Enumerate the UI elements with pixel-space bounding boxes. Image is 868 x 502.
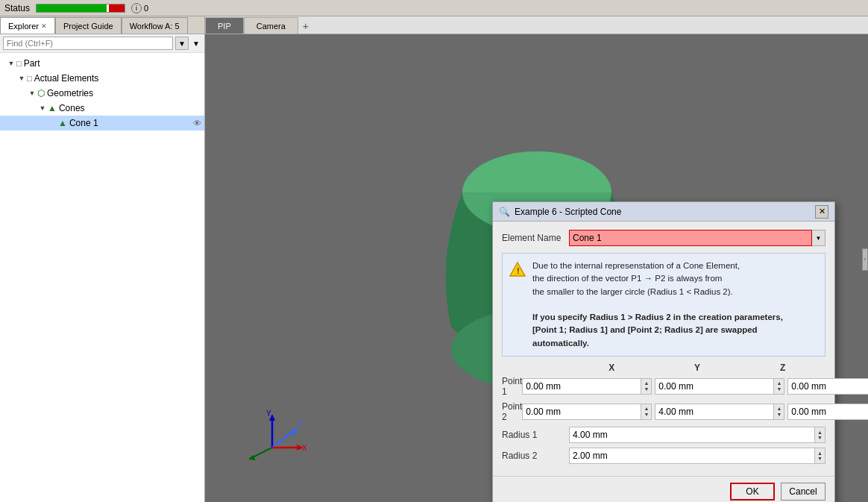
warning-box: ! Due to the internal represenstation of…: [502, 253, 825, 357]
radius1-input[interactable]: [569, 427, 815, 443]
point1-row: Point 1 ▲ ▼ ▲: [502, 376, 825, 397]
warning-line4: If you specify Radius 1 > Radius 2 in th…: [532, 313, 783, 321]
search-filter-button[interactable]: ▼: [175, 37, 189, 50]
tree-icon-cones: ▲: [48, 103, 57, 113]
radius2-input[interactable]: [569, 448, 815, 464]
point2-y-spinner[interactable]: ▲ ▼: [774, 404, 784, 420]
tree-icon-cone1: ▲: [58, 118, 67, 128]
point2-z-wrap: ▲ ▼: [787, 404, 868, 420]
point1-label: Point 1: [502, 376, 522, 397]
radius1-row: Radius 1 ▲ ▼: [502, 427, 825, 443]
point2-row: Point 2 ▲ ▼ ▲: [502, 401, 825, 422]
point1-y-wrap: ▲ ▼: [655, 378, 784, 395]
col-y: Y: [655, 363, 740, 373]
dialog-scripted-cone: 🔍 Example 6 - Scripted Cone ✕ Element Na…: [492, 201, 835, 502]
info-icon: i: [131, 3, 142, 13]
tab-explorer-close[interactable]: ✕: [41, 22, 47, 30]
warning-line2: the direction of the vector P1 → P2 is a…: [532, 272, 783, 285]
tab-workflow[interactable]: Workflow A: 5: [122, 17, 188, 34]
point2-x-input[interactable]: [522, 404, 641, 420]
dialog-overlay: 🔍 Example 6 - Scripted Cone ✕ Element Na…: [205, 16, 868, 502]
point2-x-spinner[interactable]: ▲ ▼: [641, 404, 652, 420]
warning-line5: [Point 1; Radius 1] and [Point 2; Radius…: [532, 325, 758, 334]
point1-x-input[interactable]: [522, 378, 641, 395]
status-info: i 0: [131, 3, 148, 13]
body-split: Explorer ✕ Project Guide Workflow A: 5 ▼…: [0, 16, 868, 502]
cancel-button[interactable]: Cancel: [781, 483, 825, 501]
element-name-input[interactable]: [569, 230, 812, 246]
col-z: Z: [740, 363, 825, 373]
point1-x-wrap: ▲ ▼: [522, 378, 652, 395]
svg-text:!: !: [517, 266, 520, 275]
status-progress: [36, 4, 125, 13]
tree: ▼ □ Part ▼ □ Actual Elements ▼ ⬡ Geometr…: [0, 53, 204, 502]
tree-item-cone1[interactable]: ▶ ▲ Cone 1 👁: [0, 116, 204, 131]
tree-label-geometries: Geometries: [47, 88, 93, 98]
dialog-buttons: OK Cancel: [493, 476, 834, 502]
left-panel: Explorer ✕ Project Guide Workflow A: 5 ▼…: [0, 16, 205, 502]
coord-headers: X Y Z: [502, 363, 825, 373]
col-x: X: [569, 363, 655, 373]
tree-item-cones[interactable]: ▼ ▲ Cones: [0, 101, 204, 116]
point1-y-spinner[interactable]: ▲ ▼: [774, 378, 784, 395]
radius1-label: Radius 1: [502, 430, 569, 440]
element-name-row: Element Name ▼: [502, 229, 825, 247]
warning-text: Due to the internal represenstation of a…: [532, 260, 783, 350]
radius2-label: Radius 2: [502, 451, 569, 461]
point1-y-input[interactable]: [655, 378, 774, 395]
element-name-input-wrap: ▼: [569, 230, 825, 246]
tab-project-guide-label: Project Guide: [63, 22, 113, 31]
tree-expander-actual-elements[interactable]: ▼: [16, 73, 27, 84]
tree-label-cones: Cones: [59, 103, 85, 113]
ok-button[interactable]: OK: [730, 483, 775, 501]
status-progress-green: [37, 4, 107, 12]
point2-z-input[interactable]: [787, 404, 868, 420]
tree-expander-part[interactable]: ▼: [6, 58, 16, 69]
dialog-body: Element Name ▼ !: [493, 222, 834, 476]
warning-line3: the smaller to the larger circle (Radius…: [532, 286, 783, 298]
dialog-title-icon: 🔍: [499, 207, 510, 217]
tab-explorer[interactable]: Explorer ✕: [0, 17, 55, 34]
point2-label: Point 2: [502, 401, 522, 422]
tab-explorer-label: Explorer: [8, 22, 39, 31]
tree-item-part[interactable]: ▼ □ Part: [0, 56, 204, 71]
viewport: PIP Camera +: [205, 16, 868, 502]
tree-item-actual-elements[interactable]: ▼ □ Actual Elements: [0, 71, 204, 86]
tree-item-geometries[interactable]: ▼ ⬡ Geometries: [0, 86, 204, 101]
tree-icon-part: □: [16, 59, 22, 68]
status-label: Status: [4, 3, 30, 13]
tree-label-part: Part: [24, 58, 40, 69]
point2-x-wrap: ▲ ▼: [522, 404, 652, 420]
left-tab-bar: Explorer ✕ Project Guide Workflow A: 5: [0, 16, 204, 34]
search-bar: ▼ ▼: [0, 34, 204, 53]
tree-label-actual-elements: Actual Elements: [34, 73, 99, 84]
dialog-title-bar: 🔍 Example 6 - Scripted Cone ✕: [493, 202, 834, 222]
warning-line1: Due to the internal represenstation of a…: [532, 260, 783, 272]
tree-label-cone1: Cone 1: [69, 118, 98, 128]
radius1-spinner[interactable]: ▲ ▼: [815, 427, 825, 443]
main-container: Explorer ✕ Project Guide Workflow A: 5 ▼…: [0, 16, 868, 502]
status-progress-red: [109, 4, 125, 12]
tree-expander-cones[interactable]: ▼: [37, 103, 48, 113]
tree-eye-cone1[interactable]: 👁: [193, 119, 201, 128]
tab-workflow-label: Workflow A: 5: [130, 22, 180, 31]
radius2-spinner[interactable]: ▲ ▼: [815, 448, 825, 464]
point1-z-wrap: ▲ ▼: [787, 378, 868, 395]
search-options-button[interactable]: ▼: [191, 37, 201, 50]
point2-y-input[interactable]: [655, 404, 774, 420]
status-count: 0: [144, 4, 148, 13]
tree-expander-geometries[interactable]: ▼: [27, 88, 37, 98]
point1-x-spinner[interactable]: ▲ ▼: [641, 378, 652, 395]
dialog-title-text: Example 6 - Scripted Cone: [515, 207, 811, 217]
radius2-row: Radius 2 ▲ ▼: [502, 448, 825, 464]
element-name-dropdown[interactable]: ▼: [812, 230, 825, 246]
warning-line6: automatically.: [532, 339, 589, 348]
search-input[interactable]: [3, 37, 173, 50]
element-name-label: Element Name: [502, 233, 569, 243]
warning-icon: !: [509, 261, 526, 279]
point1-z-input[interactable]: [787, 378, 868, 395]
point2-y-wrap: ▲ ▼: [655, 404, 784, 420]
status-bar: Status i 0: [0, 0, 868, 16]
tab-project-guide[interactable]: Project Guide: [55, 17, 122, 34]
dialog-close-button[interactable]: ✕: [815, 205, 828, 219]
